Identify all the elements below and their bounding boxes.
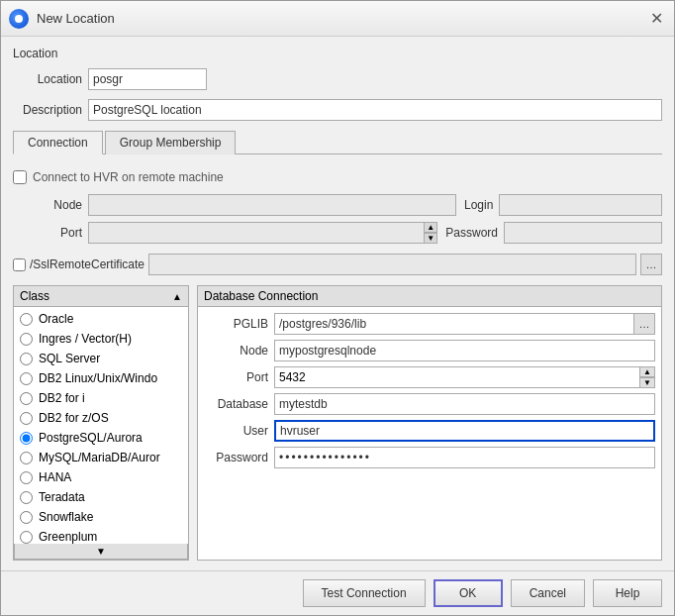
remote-machine-label: Connect to HVR on remote machine bbox=[33, 170, 224, 184]
db-node-input[interactable] bbox=[274, 340, 655, 361]
db-user-input[interactable] bbox=[274, 420, 655, 442]
class-radio-greenplum[interactable] bbox=[20, 531, 33, 544]
class-item-hana[interactable]: HANA bbox=[14, 467, 188, 487]
class-radio-db2z[interactable] bbox=[20, 412, 33, 425]
class-label-greenplum: Greenplum bbox=[39, 530, 97, 544]
node-part: Node bbox=[13, 194, 456, 216]
class-item-greenplum[interactable]: Greenplum bbox=[14, 527, 188, 544]
db-user-label: User bbox=[204, 424, 268, 438]
class-item-mysql[interactable]: MySQL/MariaDB/Auror bbox=[14, 448, 188, 467]
app-icon bbox=[9, 9, 29, 29]
class-item-db2z[interactable]: DB2 for z/OS bbox=[14, 408, 188, 428]
port-label: Port bbox=[13, 226, 82, 240]
help-button[interactable]: Help bbox=[593, 579, 662, 607]
db-password-row: Password bbox=[204, 447, 655, 468]
db-port-up-btn[interactable]: ▲ bbox=[639, 366, 655, 377]
node-login-row: Node Login bbox=[13, 194, 662, 216]
class-radio-snowflake[interactable] bbox=[20, 511, 33, 524]
node-input[interactable] bbox=[88, 194, 456, 216]
class-label-ingres: Ingres / Vector(H) bbox=[39, 332, 132, 346]
class-radio-ingres[interactable] bbox=[20, 333, 33, 346]
ssl-checkbox[interactable] bbox=[13, 258, 26, 271]
class-radio-postgresql[interactable] bbox=[20, 432, 33, 445]
class-label-postgresql: PostgreSQL/Aurora bbox=[39, 431, 143, 445]
main-area: Class ▲ Oracle Ingres / Vector(H) SQL Se… bbox=[13, 285, 662, 561]
class-label-db2linux: DB2 Linux/Unix/Windo bbox=[39, 371, 157, 385]
login-label: Login bbox=[464, 198, 493, 212]
db-port-label: Port bbox=[204, 370, 268, 384]
ssl-label: /SslRemoteCertificate bbox=[30, 257, 145, 271]
title-bar: New Location ✕ bbox=[1, 1, 674, 37]
class-radio-sqlserver[interactable] bbox=[20, 353, 33, 365]
class-scroll-up-icon: ▲ bbox=[172, 291, 182, 302]
port-input-wrap: ▲ ▼ bbox=[88, 222, 437, 244]
class-radio-hana[interactable] bbox=[20, 471, 33, 484]
title-bar-left: New Location bbox=[9, 9, 115, 29]
password-part: Password bbox=[445, 222, 662, 244]
cancel-button[interactable]: Cancel bbox=[511, 579, 585, 607]
main-window: New Location ✕ Location Location Descrip… bbox=[0, 0, 675, 616]
db-node-label: Node bbox=[204, 344, 268, 358]
port-input[interactable] bbox=[88, 222, 437, 244]
port-up-btn[interactable]: ▲ bbox=[424, 222, 437, 233]
db-port-down-btn[interactable]: ▼ bbox=[639, 377, 655, 388]
class-label-mysql: MySQL/MariaDB/Auror bbox=[39, 451, 160, 464]
port-down-btn[interactable]: ▼ bbox=[424, 233, 437, 244]
class-label-teradata: Teradata bbox=[39, 490, 85, 504]
remote-machine-row: Connect to HVR on remote machine bbox=[13, 170, 662, 184]
class-item-db2i[interactable]: DB2 for i bbox=[14, 388, 188, 408]
class-label-sqlserver: SQL Server bbox=[39, 352, 100, 365]
class-header-label: Class bbox=[20, 289, 49, 303]
class-panel: Class ▲ Oracle Ingres / Vector(H) SQL Se… bbox=[13, 285, 189, 561]
class-item-snowflake[interactable]: Snowflake bbox=[14, 507, 188, 527]
class-list[interactable]: Oracle Ingres / Vector(H) SQL Server DB2… bbox=[14, 307, 188, 544]
description-input[interactable] bbox=[88, 99, 662, 121]
db-panel-header: Database Connection bbox=[198, 286, 661, 307]
class-item-db2linux[interactable]: DB2 Linux/Unix/Windo bbox=[14, 368, 188, 388]
class-label-oracle: Oracle bbox=[39, 312, 73, 326]
db-port-input[interactable] bbox=[274, 366, 655, 388]
remote-machine-checkbox[interactable] bbox=[13, 170, 27, 184]
tab-group-membership[interactable]: Group Membership bbox=[105, 131, 237, 154]
db-node-row: Node bbox=[204, 340, 655, 361]
ssl-input[interactable] bbox=[148, 254, 636, 275]
class-item-postgresql[interactable]: PostgreSQL/Aurora bbox=[14, 428, 188, 448]
test-connection-button[interactable]: Test Connection bbox=[303, 579, 426, 607]
class-item-ingres[interactable]: Ingres / Vector(H) bbox=[14, 329, 188, 349]
class-radio-db2linux[interactable] bbox=[20, 372, 33, 385]
class-label-snowflake: Snowflake bbox=[39, 510, 93, 524]
location-input[interactable] bbox=[88, 68, 207, 90]
window-title: New Location bbox=[37, 11, 115, 26]
ok-button[interactable]: OK bbox=[434, 579, 503, 607]
ssl-row: /SslRemoteCertificate … bbox=[13, 254, 662, 275]
location-section-label: Location bbox=[13, 47, 662, 60]
node-label: Node bbox=[13, 198, 82, 212]
class-radio-db2i[interactable] bbox=[20, 392, 33, 405]
login-input[interactable] bbox=[499, 194, 662, 216]
db-pglib-row: PGLIB … bbox=[204, 313, 655, 335]
class-panel-header: Class ▲ bbox=[14, 286, 188, 307]
class-item-oracle[interactable]: Oracle bbox=[14, 309, 188, 329]
class-radio-mysql[interactable] bbox=[20, 452, 33, 464]
tab-connection[interactable]: Connection bbox=[13, 131, 103, 154]
close-button[interactable]: ✕ bbox=[646, 9, 666, 29]
ssl-browse-btn[interactable]: … bbox=[640, 254, 662, 275]
class-radio-oracle[interactable] bbox=[20, 313, 33, 326]
pglib-browse-btn[interactable]: … bbox=[633, 313, 655, 335]
login-part: Login bbox=[464, 194, 662, 216]
db-form: PGLIB … Node Port bbox=[198, 307, 661, 474]
content-area: Location Location Description Connection… bbox=[1, 37, 674, 570]
pglib-input[interactable] bbox=[274, 313, 633, 335]
class-label-db2z: DB2 for z/OS bbox=[39, 411, 109, 425]
class-radio-teradata[interactable] bbox=[20, 491, 33, 504]
pglib-wrap: … bbox=[274, 313, 655, 335]
password-input[interactable] bbox=[504, 222, 662, 244]
class-item-sqlserver[interactable]: SQL Server bbox=[14, 349, 188, 368]
class-item-teradata[interactable]: Teradata bbox=[14, 487, 188, 507]
db-password-input[interactable] bbox=[274, 447, 655, 468]
db-port-row: Port ▲ ▼ bbox=[204, 366, 655, 388]
class-scroll-down-btn[interactable]: ▼ bbox=[14, 544, 188, 560]
db-panel: Database Connection PGLIB … Node bbox=[197, 285, 662, 561]
db-database-input[interactable] bbox=[274, 393, 655, 415]
db-user-row: User bbox=[204, 420, 655, 442]
